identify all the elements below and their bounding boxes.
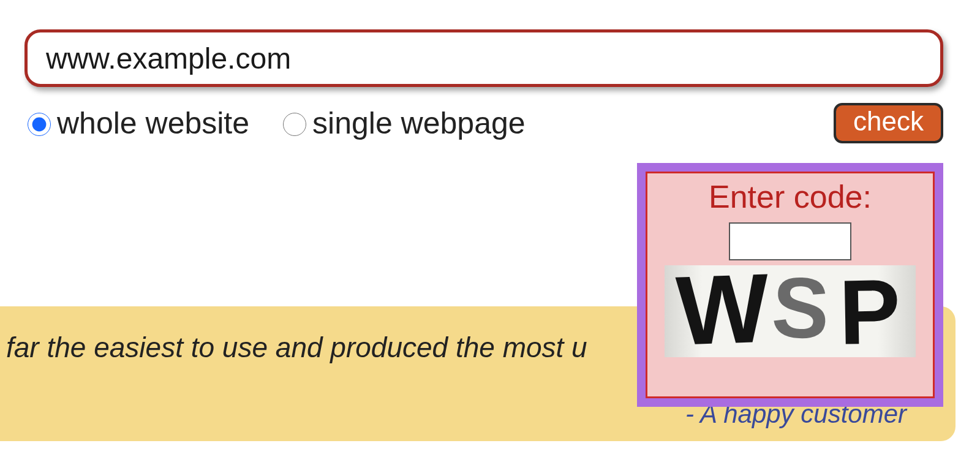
scope-whole-label: whole website xyxy=(57,105,249,141)
scope-whole-option[interactable]: whole website xyxy=(24,105,249,141)
captcha-input[interactable] xyxy=(729,222,851,260)
svg-text:W: W xyxy=(674,265,771,357)
check-button[interactable]: check xyxy=(834,103,943,143)
url-input[interactable] xyxy=(24,29,943,87)
captcha-panel: Enter code: W S P xyxy=(646,172,935,398)
svg-text:P: P xyxy=(838,265,901,357)
url-row xyxy=(24,29,943,87)
svg-text:S: S xyxy=(770,265,832,357)
captcha-popup: Enter code: W S P xyxy=(637,163,943,407)
captcha-image: W S P xyxy=(665,265,916,357)
scope-single-option[interactable]: single webpage xyxy=(280,105,526,141)
scope-row: whole website single webpage check xyxy=(24,103,943,143)
scope-whole-radio[interactable] xyxy=(28,113,51,136)
scope-single-radio[interactable] xyxy=(283,113,306,136)
scope-single-label: single webpage xyxy=(312,105,526,141)
captcha-title: Enter code: xyxy=(709,178,872,215)
